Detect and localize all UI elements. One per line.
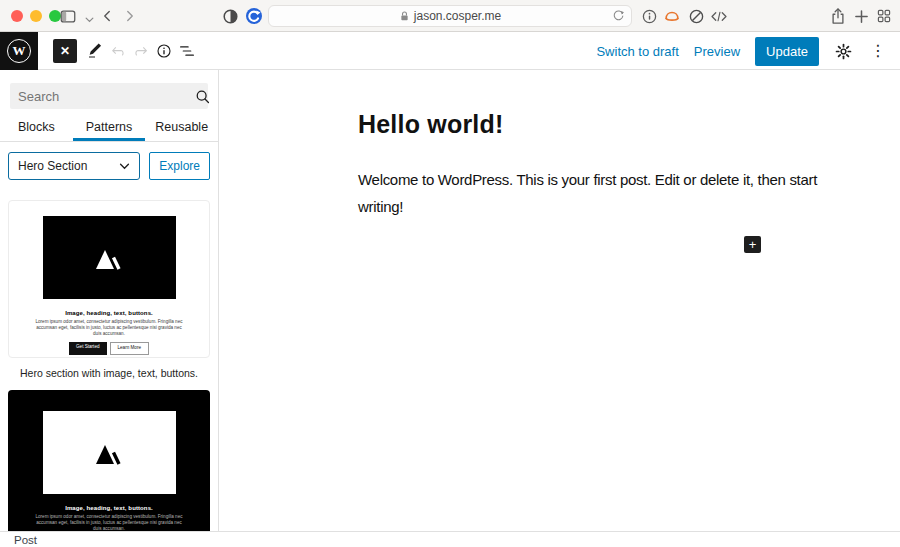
lock-icon xyxy=(399,10,410,22)
tab-patterns[interactable]: Patterns xyxy=(73,113,146,141)
more-options-icon[interactable]: ⋮ xyxy=(868,43,888,59)
new-tab-icon[interactable] xyxy=(852,7,870,25)
pattern-list: Image, heading, text, buttons. Lorem ips… xyxy=(0,186,218,531)
post-title[interactable]: Hello world! xyxy=(358,110,503,139)
switch-to-draft-link[interactable]: Switch to draft xyxy=(596,44,678,59)
share-icon[interactable] xyxy=(829,7,847,25)
sidebar-toggle-icon[interactable] xyxy=(59,7,77,25)
editor-header: W ✕ xyxy=(0,32,900,70)
update-button[interactable]: Update xyxy=(755,37,819,66)
orange-extension-icon[interactable] xyxy=(663,7,681,25)
blue-extension-icon[interactable] xyxy=(245,7,263,25)
pattern-category-select[interactable]: Hero Section xyxy=(8,152,140,180)
tab-overview-icon[interactable] xyxy=(875,7,893,25)
close-inserter-button[interactable]: ✕ xyxy=(53,39,77,63)
wordpress-logo[interactable]: W xyxy=(0,32,38,70)
pattern-preview-secondary-button: Learn More xyxy=(110,342,150,355)
search-box[interactable] xyxy=(10,83,208,109)
image-triangle-icon xyxy=(92,245,126,271)
chevron-down-icon xyxy=(119,163,130,170)
pattern-item-hero-dark[interactable]: Image, heading, text, buttons. Lorem ips… xyxy=(8,390,210,531)
details-icon[interactable] xyxy=(155,42,173,60)
back-icon[interactable] xyxy=(98,7,116,25)
settings-gear-icon[interactable] xyxy=(834,42,853,61)
tab-reusable[interactable]: Reusable xyxy=(145,113,218,141)
browser-titlebar: jason.cosper.me xyxy=(0,0,900,32)
minimize-window-button[interactable] xyxy=(30,10,42,22)
info-extension-icon[interactable] xyxy=(640,7,658,25)
inserter-sidebar: Blocks Patterns Reusable Hero Section Ex… xyxy=(0,70,219,531)
chevron-down-icon[interactable] xyxy=(80,11,98,29)
explore-button[interactable]: Explore xyxy=(149,152,210,180)
plus-icon: + xyxy=(749,238,757,251)
pattern-preview-body: Lorem ipsum odor amet, consectetur adipi… xyxy=(33,514,185,531)
address-bar[interactable]: jason.cosper.me xyxy=(268,5,632,27)
search-icon xyxy=(194,88,211,105)
pattern-controls: Hero Section Explore xyxy=(0,142,218,186)
preview-link[interactable]: Preview xyxy=(694,44,740,59)
pattern-preview-heading: Image, heading, text, buttons. xyxy=(65,505,153,511)
close-icon: ✕ xyxy=(60,44,70,58)
tab-blocks[interactable]: Blocks xyxy=(0,113,73,141)
reload-icon[interactable] xyxy=(612,9,625,23)
pattern-preview-heading: Image, heading, text, buttons. xyxy=(65,310,153,316)
breadcrumb[interactable]: Post xyxy=(14,534,37,546)
wordpress-logo-icon: W xyxy=(7,39,31,63)
shield-privacy-icon[interactable] xyxy=(221,7,239,25)
post-paragraph[interactable]: Welcome to WordPress. This is your first… xyxy=(358,166,863,220)
code-extension-icon[interactable] xyxy=(710,7,728,25)
image-triangle-icon xyxy=(92,440,126,466)
image-placeholder xyxy=(43,216,176,299)
forward-icon[interactable] xyxy=(121,7,139,25)
close-window-button[interactable] xyxy=(11,10,23,22)
image-placeholder xyxy=(43,411,176,494)
redo-icon[interactable] xyxy=(132,42,150,60)
editor-canvas[interactable]: Hello world! Welcome to WordPress. This … xyxy=(220,70,900,531)
block-inserter-button[interactable]: + xyxy=(744,236,761,253)
url-text: jason.cosper.me xyxy=(414,9,501,23)
search-input[interactable] xyxy=(18,89,194,104)
pattern-caption: Hero section with image, text, buttons. xyxy=(8,367,210,379)
editor-footer: Post xyxy=(0,531,900,547)
content-blocker-icon[interactable] xyxy=(687,7,705,25)
pattern-preview-primary-button: Get Started xyxy=(69,342,107,355)
list-view-icon[interactable] xyxy=(178,42,196,60)
inserter-tabs: Blocks Patterns Reusable xyxy=(0,113,218,142)
pattern-item-hero-light[interactable]: Image, heading, text, buttons. Lorem ips… xyxy=(8,200,210,358)
browser-window: jason.cosper.me xyxy=(0,0,900,547)
edit-tool-icon[interactable] xyxy=(86,42,104,60)
undo-icon[interactable] xyxy=(109,42,127,60)
pattern-category-value: Hero Section xyxy=(18,159,87,173)
pattern-preview-body: Lorem ipsum odor amet, consectetur adipi… xyxy=(33,319,185,337)
